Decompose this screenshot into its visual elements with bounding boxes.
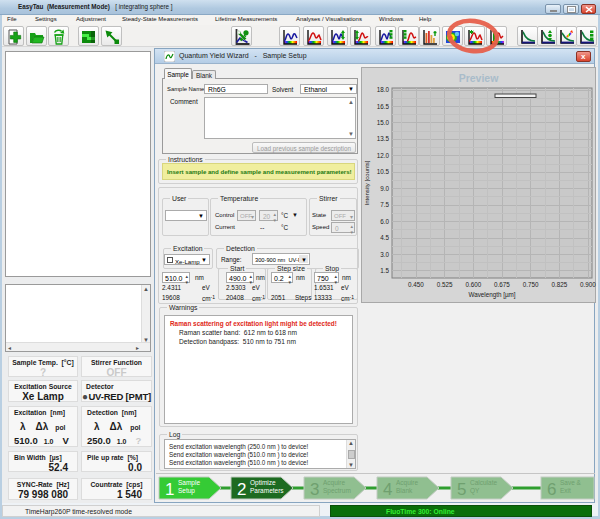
svg-text:13.5: 13.5 (377, 135, 390, 142)
svg-text:0.900: 0.900 (580, 281, 596, 288)
svg-text:Intensity [counts]: Intensity [counts] (364, 160, 370, 205)
svg-text:6.0: 6.0 (380, 218, 389, 225)
svg-text:1.5: 1.5 (380, 267, 389, 274)
svg-text:2: 2 (237, 480, 246, 499)
svg-text:15.0: 15.0 (377, 119, 390, 126)
svg-text:18.0: 18.0 (377, 86, 390, 93)
svg-text:0.675: 0.675 (494, 281, 510, 288)
svg-text:Wavelength [µm]: Wavelength [µm] (468, 291, 515, 299)
svg-text:1: 1 (165, 480, 174, 499)
svg-text:16.5: 16.5 (377, 103, 390, 110)
svg-text:12.0: 12.0 (377, 152, 390, 159)
svg-text:0.600: 0.600 (465, 281, 481, 288)
svg-text:10.5: 10.5 (377, 168, 390, 175)
svg-text:3: 3 (310, 480, 319, 499)
svg-text:0.450: 0.450 (408, 281, 424, 288)
svg-text:Blank: Blank (396, 487, 413, 494)
svg-text:5: 5 (457, 480, 466, 499)
svg-text:Spectrum: Spectrum (323, 487, 351, 495)
svg-text:Acquire: Acquire (396, 479, 418, 487)
svg-text:4: 4 (383, 480, 392, 499)
svg-text:QY: QY (470, 487, 480, 495)
svg-text:Exit: Exit (560, 487, 571, 494)
svg-text:0.825: 0.825 (552, 281, 568, 288)
svg-text:Sample: Sample (178, 479, 200, 487)
svg-text:Parameters: Parameters (250, 487, 284, 494)
svg-text:9.0: 9.0 (380, 185, 389, 192)
svg-text:0.525: 0.525 (437, 281, 453, 288)
svg-text:Optimize: Optimize (250, 479, 276, 487)
svg-text:Setup: Setup (178, 487, 195, 495)
svg-text:Save &: Save & (560, 479, 582, 486)
svg-text:6: 6 (547, 480, 556, 499)
svg-text:Acquire: Acquire (323, 479, 345, 487)
svg-text:0.750: 0.750 (523, 281, 539, 288)
svg-text:4.5: 4.5 (380, 234, 389, 241)
svg-text:3.0: 3.0 (380, 251, 389, 258)
svg-text:7.5: 7.5 (380, 201, 389, 208)
svg-text:Calculate: Calculate (470, 479, 497, 486)
